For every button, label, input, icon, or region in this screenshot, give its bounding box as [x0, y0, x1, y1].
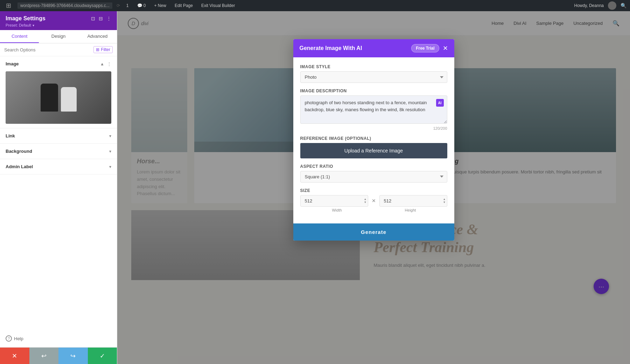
preset-label: Preset: Default — [6, 23, 31, 27]
generate-image-modal: Generate Image With AI Free Trial ✕ Imag… — [293, 39, 454, 241]
modal-overlay: Generate Image With AI Free Trial ✕ Imag… — [117, 11, 630, 364]
comment-count[interactable]: 1 — [124, 2, 131, 9]
sidebar-icon-screen[interactable]: ⊡ — [91, 16, 95, 21]
link-section-icons: ▾ — [109, 134, 111, 138]
image-section: Image ▲ ⋮ — [0, 56, 117, 128]
background-section-expand-icon[interactable]: ▾ — [109, 149, 111, 154]
reference-image-group: Reference Image (Optional) Upload a Refe… — [300, 136, 447, 158]
image-section-header[interactable]: Image ▲ ⋮ — [0, 56, 117, 71]
background-section-header[interactable]: Background ▾ — [0, 144, 117, 159]
help-label[interactable]: Help — [14, 336, 23, 341]
free-trial-badge[interactable]: Free Trial — [411, 44, 439, 52]
link-section-title: Link — [6, 133, 15, 138]
modal-body: Image Style Photo Digital Art Painting S… — [293, 57, 454, 212]
bar-separator: ⟳ — [117, 3, 120, 8]
modal-header-right: Free Trial ✕ — [411, 44, 448, 52]
modal-footer: Generate — [293, 218, 454, 241]
image-style-group: Image Style Photo Digital Art Painting S… — [300, 64, 447, 83]
admin-label-expand-icon[interactable]: ▾ — [109, 164, 111, 169]
reference-image-label: Reference Image (Optional) — [300, 136, 447, 141]
image-section-more-icon[interactable]: ⋮ — [107, 62, 111, 66]
sidebar-tabs: Content Design Advanced — [0, 30, 117, 43]
width-down-icon[interactable]: ▼ — [364, 201, 367, 204]
image-section-icons: ▲ ⋮ — [100, 62, 111, 66]
link-section-expand-icon[interactable]: ▾ — [109, 134, 111, 138]
close-btn[interactable]: ✕ — [0, 348, 29, 364]
admin-bar: ⊞ wordpress-784896-3766464.cloudwaysapps… — [0, 0, 630, 11]
image-section-collapse-icon[interactable]: ▲ — [100, 62, 104, 66]
image-preview[interactable] — [6, 71, 111, 124]
help-icon: ? — [6, 335, 12, 342]
textarea-wrapper: photograph of two horses standing next t… — [300, 95, 447, 125]
user-avatar[interactable] — [608, 1, 616, 10]
image-section-title: Image — [6, 61, 19, 66]
background-section-icons: ▾ — [109, 149, 111, 154]
comment-icon[interactable]: 💬 0 — [135, 2, 148, 9]
horse-dark-shape — [41, 84, 58, 112]
height-down-icon[interactable]: ▼ — [443, 201, 446, 204]
sidebar-header: Image Settings ⊡ ⊟ ⋮ Preset: Default ▾ — [0, 11, 117, 30]
save-btn[interactable]: ✓ — [88, 348, 117, 364]
width-spinners: ▲ ▼ — [364, 198, 367, 204]
height-label: Height — [374, 208, 447, 212]
image-description-label: Image Description — [300, 88, 447, 93]
modal-title: Generate Image With AI — [300, 45, 362, 51]
close-icon: ✕ — [12, 352, 17, 360]
new-item-btn[interactable]: + New — [152, 2, 168, 9]
main-layout: Image Settings ⊡ ⊟ ⋮ Preset: Default ▾ C… — [0, 11, 630, 364]
undo-icon: ↩ — [41, 352, 47, 360]
sidebar-help: ? Help — [0, 330, 117, 347]
sidebar-header-icons: ⊡ ⊟ ⋮ — [91, 16, 111, 21]
image-style-label: Image Style — [300, 64, 447, 69]
width-input[interactable] — [300, 195, 368, 207]
site-url[interactable]: wordpress-784896-3766464.cloudwaysapps.c… — [18, 2, 112, 9]
height-up-icon[interactable]: ▲ — [443, 198, 446, 201]
aspect-ratio-select[interactable]: Square (1:1) Landscape (16:9) Portrait (… — [300, 171, 447, 183]
sidebar-bottom-bar: ✕ ↩ ↪ ✓ — [0, 347, 117, 364]
generate-btn[interactable]: Generate — [293, 223, 454, 241]
wp-logo-icon[interactable]: ⊞ — [4, 1, 13, 10]
size-label: Size — [300, 188, 447, 193]
sidebar-icon-columns[interactable]: ⊟ — [99, 16, 103, 21]
size-x-separator: ✕ — [372, 198, 376, 204]
height-input[interactable] — [379, 195, 447, 207]
tab-design[interactable]: Design — [39, 30, 78, 43]
size-labels: Width Height — [300, 208, 447, 212]
sidebar-icon-more[interactable]: ⋮ — [106, 16, 111, 21]
tab-content[interactable]: Content — [0, 30, 39, 43]
image-description-textarea[interactable]: photograph of two horses standing next t… — [300, 95, 447, 124]
image-preview-inner — [6, 71, 111, 124]
admin-label-section-title: Admin Label — [6, 164, 33, 169]
horse-white-shape — [61, 87, 77, 112]
width-up-icon[interactable]: ▲ — [364, 198, 367, 201]
aspect-ratio-label: Aspect Ratio — [300, 164, 447, 169]
preset-chevron-icon: ▾ — [33, 23, 34, 27]
height-input-group: ▲ ▼ — [379, 195, 447, 207]
modal-close-btn[interactable]: ✕ — [443, 45, 448, 51]
undo-btn[interactable]: ↩ — [29, 348, 59, 364]
redo-btn[interactable]: ↪ — [58, 348, 88, 364]
sidebar-title: Image Settings — [6, 15, 46, 22]
sidebar-preset[interactable]: Preset: Default ▾ — [6, 23, 111, 27]
width-label: Width — [300, 208, 374, 212]
admin-search-icon[interactable]: 🔍 — [621, 3, 626, 8]
admin-label-section-icons: ▾ — [109, 164, 111, 169]
link-section-header[interactable]: Link ▾ — [0, 128, 117, 143]
exit-builder-btn[interactable]: Exit Visual Builder — [199, 2, 237, 9]
aspect-ratio-group: Aspect Ratio Square (1:1) Landscape (16:… — [300, 164, 447, 183]
edit-page-btn[interactable]: Edit Page — [173, 2, 195, 9]
admin-label-section-header[interactable]: Admin Label ▾ — [0, 159, 117, 174]
image-style-select[interactable]: Photo Digital Art Painting Sketch 3D Ren… — [300, 71, 447, 83]
search-input[interactable] — [4, 47, 91, 52]
image-description-group: Image Description photograph of two hors… — [300, 88, 447, 130]
modal-header: Generate Image With AI Free Trial ✕ — [293, 39, 454, 57]
ai-icon: AI — [436, 99, 444, 107]
background-section-title: Background — [6, 149, 32, 154]
filter-label: Filter — [101, 47, 110, 52]
link-section: Link ▾ — [0, 128, 117, 144]
filter-btn[interactable]: ⊞ Filter — [93, 46, 113, 53]
upload-reference-btn[interactable]: Upload a Reference Image — [300, 143, 447, 158]
admin-label-section: Admin Label ▾ — [0, 159, 117, 174]
tab-advanced[interactable]: Advanced — [78, 30, 117, 43]
save-icon: ✓ — [100, 352, 105, 360]
